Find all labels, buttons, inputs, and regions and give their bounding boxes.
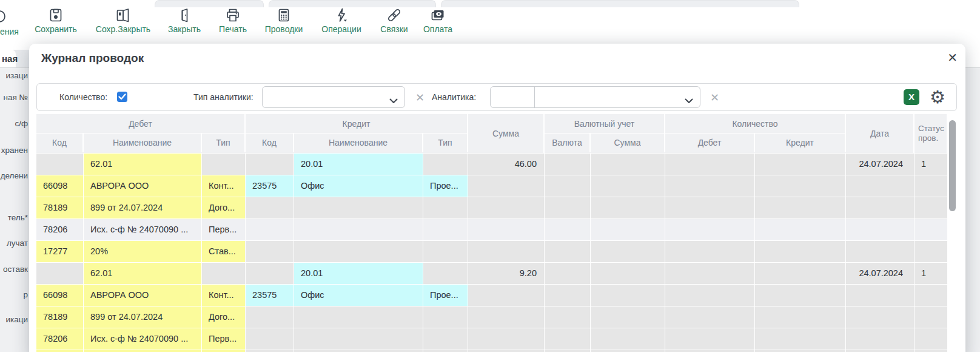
col-header-code[interactable]: Код	[36, 134, 84, 152]
table-cell[interactable]: 1	[915, 154, 948, 175]
table-cell[interactable]	[468, 285, 545, 306]
table-cell[interactable]	[665, 197, 755, 219]
table-cell[interactable]	[846, 285, 915, 306]
table-cell[interactable]	[202, 263, 246, 285]
table-cell[interactable]	[545, 197, 591, 219]
quantity-checkbox[interactable]	[117, 92, 127, 102]
table-cell[interactable]: 24.07.2024	[846, 154, 915, 175]
table-cell[interactable]	[665, 328, 755, 350]
table-cell[interactable]: Дого...	[202, 197, 246, 219]
table-cell[interactable]	[591, 285, 665, 306]
table-cell[interactable]: Офис	[294, 285, 423, 306]
table-cell[interactable]	[545, 219, 591, 241]
table-cell[interactable]	[915, 328, 948, 350]
table-cell[interactable]	[846, 197, 915, 219]
table-cell[interactable]	[468, 219, 545, 241]
table-cell[interactable]	[468, 175, 545, 197]
table-cell[interactable]	[665, 175, 755, 197]
table-cell[interactable]	[202, 154, 246, 175]
table-cell[interactable]: 78206	[36, 328, 84, 350]
vertical-scrollbar-thumb[interactable]	[949, 120, 956, 211]
table-cell[interactable]: 46.00	[468, 154, 545, 175]
table-cell[interactable]	[545, 154, 591, 175]
payment-button[interactable]: Оплата	[411, 7, 465, 34]
analytics-select[interactable]	[490, 86, 700, 108]
table-cell[interactable]	[423, 241, 468, 263]
table-cell[interactable]	[591, 328, 665, 350]
table-row[interactable]: 66098АВРОРА ОООКонт...23575ОфисПрое...	[36, 285, 948, 306]
table-cell[interactable]	[755, 219, 846, 241]
table-cell[interactable]	[665, 241, 755, 263]
table-cell[interactable]: Исх. с-ф № 24070090 ...	[84, 219, 202, 241]
table-cell[interactable]	[846, 328, 915, 350]
table-cell[interactable]: Офис	[294, 175, 423, 197]
table-cell[interactable]	[846, 306, 915, 328]
table-cell[interactable]: 17277	[36, 241, 84, 263]
table-cell[interactable]: 66098	[36, 175, 84, 197]
table-cell[interactable]	[468, 241, 545, 263]
table-cell[interactable]	[755, 197, 846, 219]
col-header-name[interactable]: Наименование	[84, 134, 202, 152]
table-cell[interactable]	[246, 154, 294, 175]
table-cell[interactable]: Перв...	[202, 219, 246, 241]
table-cell[interactable]	[591, 197, 665, 219]
table-cell[interactable]: 23575	[246, 175, 294, 197]
table-cell[interactable]: Конт...	[202, 285, 246, 306]
col-header-name[interactable]: Наименование	[294, 134, 423, 152]
table-cell[interactable]: 66098	[36, 285, 84, 306]
table-cell[interactable]	[36, 263, 84, 285]
table-cell[interactable]: 78189	[36, 306, 84, 328]
col-header-sum[interactable]: Сумма	[591, 134, 665, 152]
table-cell[interactable]: Прое...	[423, 175, 468, 197]
table-cell[interactable]	[665, 263, 755, 285]
table-row[interactable]: 78206Исх. с-ф № 24070090 ...Перв...	[36, 328, 948, 350]
col-header-type[interactable]: Тип	[423, 134, 468, 152]
background-active-tab[interactable]: ная	[0, 50, 16, 67]
table-cell[interactable]	[665, 154, 755, 175]
table-cell[interactable]	[591, 175, 665, 197]
table-cell[interactable]: 20%	[84, 241, 202, 263]
clear-type-icon[interactable]: ✕	[415, 91, 425, 104]
table-cell[interactable]	[246, 241, 294, 263]
table-cell[interactable]: Исх. с-ф № 24070090 ...	[84, 328, 202, 350]
table-cell[interactable]	[591, 306, 665, 328]
table-cell[interactable]: 24.07.2024	[846, 263, 915, 285]
table-cell[interactable]	[665, 285, 755, 306]
table-row[interactable]: 1727720%Став...	[36, 241, 948, 263]
print-button[interactable]: Печать	[206, 7, 260, 34]
table-cell[interactable]	[755, 285, 846, 306]
table-cell[interactable]	[423, 263, 468, 285]
table-cell[interactable]	[294, 197, 423, 219]
table-cell[interactable]	[246, 263, 294, 285]
clear-analytics-icon[interactable]: ✕	[710, 91, 719, 104]
table-cell[interactable]: 9.20	[468, 263, 545, 285]
table-cell[interactable]	[294, 241, 423, 263]
table-cell[interactable]	[755, 328, 846, 350]
col-header-date[interactable]: Дата	[846, 114, 915, 153]
save-button[interactable]: Сохранить	[29, 7, 83, 34]
table-cell[interactable]	[755, 154, 846, 175]
modal-close-icon[interactable]: ✕	[947, 51, 958, 64]
col-header-currency[interactable]: Валюта	[545, 134, 591, 152]
table-cell[interactable]	[294, 306, 423, 328]
col-header-status[interactable]: Статус пров.	[915, 114, 948, 153]
col-header-type[interactable]: Тип	[202, 134, 246, 152]
table-cell[interactable]	[246, 219, 294, 241]
postings-button[interactable]: Проводки	[257, 7, 311, 34]
table-cell[interactable]	[915, 219, 948, 241]
table-cell[interactable]	[545, 241, 591, 263]
table-cell[interactable]	[915, 306, 948, 328]
table-cell[interactable]: 899 от 24.07.2024	[84, 197, 202, 219]
table-cell[interactable]: 1	[915, 263, 948, 285]
table-row[interactable]: 78189899 от 24.07.2024Дого...	[36, 197, 948, 219]
table-cell[interactable]	[846, 219, 915, 241]
col-header-credit[interactable]: Кредит	[755, 134, 846, 152]
table-cell[interactable]	[246, 328, 294, 350]
table-row[interactable]: 78189899 от 24.07.2024Дого...	[36, 306, 948, 328]
gear-icon[interactable]: ⚙	[930, 87, 945, 107]
table-cell[interactable]	[755, 306, 846, 328]
table-cell[interactable]	[545, 263, 591, 285]
table-cell[interactable]	[591, 263, 665, 285]
table-cell[interactable]	[915, 197, 948, 219]
cut-toolbar-button[interactable]: ения	[0, 27, 19, 36]
